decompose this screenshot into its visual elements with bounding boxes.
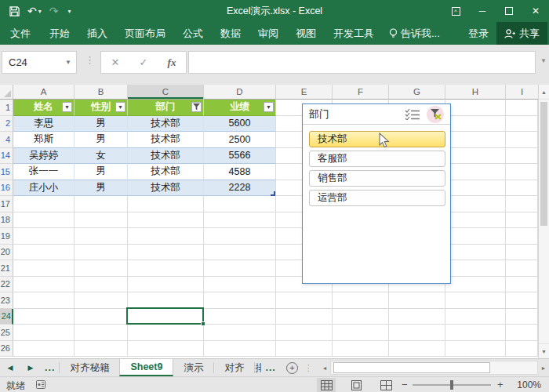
cell[interactable]	[13, 309, 75, 325]
next-sheet-button[interactable]: ▶	[20, 359, 41, 376]
scroll-right-button[interactable]: ►	[538, 365, 549, 371]
scroll-left-button[interactable]: ◄	[319, 365, 330, 371]
slicer-item-yunyingbu[interactable]: 运营部	[309, 190, 445, 206]
slicer-item-jishubu[interactable]: 技术部	[309, 131, 445, 147]
select-all-corner[interactable]	[0, 85, 13, 100]
scroll-down-button[interactable]: ▼	[539, 343, 549, 358]
vertical-scrollbar[interactable]: ▲ ▼	[538, 85, 549, 358]
cell[interactable]	[445, 325, 506, 341]
zoom-level[interactable]: 100%	[517, 379, 541, 390]
horizontal-scrollbar[interactable]: ◄ ►	[319, 361, 549, 375]
cell[interactable]	[13, 292, 75, 309]
cell[interactable]	[445, 116, 506, 132]
cell[interactable]: 李思	[13, 116, 75, 132]
more-sheets-left[interactable]: ...	[41, 359, 59, 376]
cell[interactable]	[128, 228, 204, 245]
cell[interactable]: 4588	[204, 164, 276, 180]
column-header-G[interactable]: G	[389, 85, 445, 100]
cell[interactable]	[506, 180, 538, 197]
column-header-I[interactable]: I	[506, 85, 538, 100]
cell[interactable]	[204, 196, 276, 212]
column-header-C[interactable]: C	[128, 85, 204, 100]
cell[interactable]: 张一一	[13, 164, 75, 180]
column-header-H[interactable]: H	[445, 85, 506, 100]
row-header-19[interactable]: 19	[0, 228, 13, 245]
scroll-up-button[interactable]: ▲	[539, 85, 549, 100]
cell[interactable]	[333, 341, 389, 358]
cell[interactable]	[13, 277, 75, 293]
row-header-14[interactable]: 14	[0, 148, 13, 165]
cell[interactable]	[445, 132, 506, 148]
tell-me-box[interactable]: 告诉我...	[383, 27, 446, 41]
prev-sheet-button[interactable]: ◀	[0, 359, 20, 376]
cell[interactable]	[204, 228, 276, 245]
cell[interactable]	[13, 325, 75, 341]
customize-qat-button[interactable]: ▾	[66, 8, 71, 15]
slicer-item-xiaoshoubu[interactable]: 销售部	[309, 170, 445, 187]
tab-formulas[interactable]: 公式	[174, 22, 212, 45]
cell[interactable]	[276, 325, 333, 341]
cell[interactable]: 5566	[204, 148, 276, 165]
cell[interactable]	[333, 325, 389, 341]
page-layout-view-button[interactable]	[347, 378, 365, 392]
cell[interactable]	[276, 341, 333, 358]
multi-select-icon[interactable]	[405, 108, 420, 120]
cell[interactable]	[445, 277, 506, 293]
horizontal-scroll-track[interactable]	[330, 361, 538, 375]
cell[interactable]	[13, 228, 75, 245]
cell[interactable]	[204, 341, 276, 358]
cell[interactable]	[506, 164, 538, 180]
cell[interactable]	[204, 292, 276, 309]
cell[interactable]	[75, 341, 128, 358]
cell[interactable]: 技术部	[128, 164, 204, 180]
cell[interactable]	[445, 100, 506, 116]
column-header-D[interactable]: D	[204, 85, 276, 100]
cell[interactable]	[204, 325, 276, 341]
more-sheets-right[interactable]: ...	[261, 359, 279, 376]
cell[interactable]: 庄小小	[13, 180, 75, 197]
minimize-button[interactable]: ─	[469, 0, 496, 22]
slicer-item-kefubu[interactable]: 客服部	[309, 151, 445, 167]
table-resize-handle[interactable]	[271, 191, 275, 196]
undo-caret-icon[interactable]: ▾	[38, 8, 42, 15]
cell[interactable]	[333, 292, 389, 309]
tab-page-layout[interactable]: 页面布局	[116, 22, 174, 45]
row-header-24-selected[interactable]: 24	[0, 309, 13, 325]
cell[interactable]	[276, 292, 333, 309]
cell[interactable]	[506, 260, 538, 277]
sheet-tab-duiqimiji[interactable]: 对齐秘籍	[60, 359, 119, 376]
cell[interactable]: 男	[75, 116, 128, 132]
zoom-out-button[interactable]: −	[402, 379, 408, 390]
cell[interactable]	[75, 212, 128, 229]
cell[interactable]	[128, 245, 204, 261]
tab-home[interactable]: 开始	[41, 22, 78, 45]
filter-dropdown-score[interactable]: ▼	[264, 102, 274, 112]
close-button[interactable]: ✕	[522, 0, 549, 22]
cell[interactable]	[445, 292, 506, 309]
cell[interactable]	[506, 309, 538, 325]
cell[interactable]	[445, 180, 506, 197]
row-header-22[interactable]: 22	[0, 277, 13, 293]
cell[interactable]	[13, 260, 75, 277]
cell[interactable]	[445, 245, 506, 261]
cell[interactable]	[445, 260, 506, 277]
sheet-tab-sheet9-active[interactable]: Sheet9	[119, 359, 173, 376]
cell[interactable]: 男	[75, 164, 128, 180]
row-header-20[interactable]: 20	[0, 245, 13, 261]
cell[interactable]: 郑斯	[13, 132, 75, 148]
sign-in-button[interactable]: 登录	[460, 27, 496, 41]
cell[interactable]	[75, 325, 128, 341]
cell[interactable]	[506, 116, 538, 132]
cell[interactable]	[389, 325, 445, 341]
undo-button[interactable]: ↶▾	[27, 5, 42, 17]
cell[interactable]	[128, 212, 204, 229]
row-header-1[interactable]: 1	[0, 100, 13, 116]
vertical-scroll-thumb[interactable]	[540, 102, 547, 226]
cell[interactable]: 男	[75, 180, 128, 197]
name-box-dropdown-icon[interactable]: ▼	[65, 59, 71, 66]
cell[interactable]	[75, 292, 128, 309]
cell[interactable]	[389, 292, 445, 309]
insert-function-button[interactable]: fx	[158, 52, 186, 73]
header-cell-gender[interactable]: 性别▼	[75, 100, 128, 116]
cell[interactable]	[506, 292, 538, 309]
